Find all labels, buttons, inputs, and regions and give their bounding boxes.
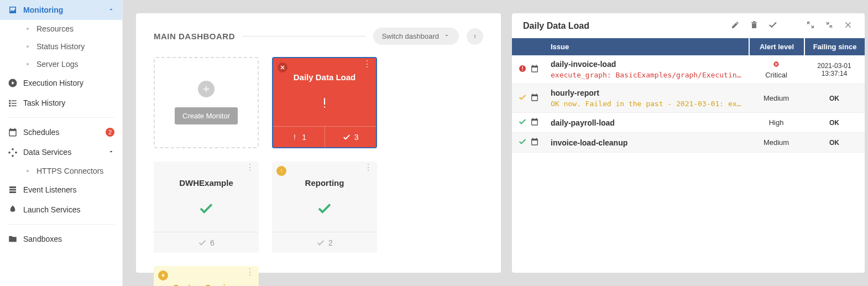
switch-dashboard-button[interactable]: Switch dashboard [373, 28, 459, 45]
nav-divider [8, 224, 114, 225]
kebab-icon[interactable]: ⋮ [363, 63, 372, 66]
sidebar-item-sandboxes[interactable]: Sandboxes [0, 229, 122, 249]
issue-name: hourly-report [551, 89, 743, 97]
edit-icon[interactable] [730, 20, 741, 31]
fail-count-value: 1 [302, 133, 306, 142]
card-title: DWHExample [154, 162, 259, 189]
sidebar-item-label: Server Logs [36, 60, 78, 69]
critical-icon [772, 60, 780, 70]
row-icons [512, 113, 545, 132]
alert-indicator[interactable] [467, 28, 483, 45]
table-row[interactable]: daily-payroll-load High OK [512, 113, 865, 133]
close-icon[interactable] [843, 20, 854, 31]
collapse-icon[interactable] [824, 20, 835, 31]
card-title: Daily Data Load [273, 58, 376, 83]
card-status-icon [154, 189, 259, 232]
ok-count: 3 [325, 127, 377, 147]
dashboard-header: MAIN DASHBOARD Switch dashboard [154, 28, 483, 45]
detail-title: Daily Data Load [523, 21, 722, 31]
check-icon [316, 200, 333, 221]
level-value: Critical [765, 71, 787, 79]
tasks-icon [8, 98, 18, 108]
chevron-down-icon [443, 32, 450, 40]
row-issue: daily-payroll-load [545, 114, 749, 132]
ok-count: 6 [154, 232, 259, 253]
fail-count: 1 [273, 127, 325, 147]
image-icon [8, 5, 18, 15]
expand-icon[interactable] [805, 20, 816, 31]
th-failing-since[interactable]: Failing since [804, 38, 865, 55]
services-icon [8, 147, 18, 157]
sidebar-item-label: Launch Services [23, 205, 81, 214]
sidebar-item-task-history[interactable]: Task History [0, 93, 122, 113]
folder-icon [8, 234, 18, 244]
row-issue: hourly-report OK now. Failed in the past… [545, 84, 749, 112]
nav-divider [8, 117, 114, 118]
create-monitor-button[interactable]: Create Monitor [175, 107, 238, 124]
table-row[interactable]: daily-invoice-load execute_graph: BasicE… [512, 55, 865, 84]
kebab-icon[interactable]: ⋮ [245, 271, 254, 274]
card-footer: 2 [272, 232, 377, 253]
card-daily-data-load[interactable]: ⋮ Daily Data Load 1 3 [272, 57, 377, 148]
listener-icon [8, 185, 18, 195]
row-icons [512, 89, 545, 108]
detail-header: Daily Data Load [512, 13, 865, 38]
sidebar-item-data-services[interactable]: Data Services [0, 142, 122, 162]
since-time: 13:37:14 [809, 70, 859, 77]
check-icon[interactable] [767, 20, 778, 32]
sidebar: Monitoring Resources Status History Serv… [0, 0, 123, 286]
card-create-monitor[interactable]: Create Monitor [154, 57, 259, 148]
trash-icon[interactable] [749, 20, 760, 31]
sidebar-item-execution-history[interactable]: Execution History [0, 73, 122, 93]
check-icon [198, 238, 207, 247]
calendar-icon [530, 64, 539, 75]
kebab-icon[interactable]: ⋮ [245, 166, 254, 169]
table-row[interactable]: invoice-load-cleanup Medium OK [512, 133, 865, 153]
switch-dashboard-label: Switch dashboard [382, 32, 439, 40]
row-level: High [749, 114, 804, 131]
sidebar-item-status-history[interactable]: Status History [0, 38, 122, 55]
sidebar-item-label: Event Listeners [23, 185, 77, 194]
card-footer: 1 3 [273, 126, 376, 147]
card-system-services[interactable]: ⋮ System Services 1 2 [154, 266, 259, 286]
row-since: OK [804, 90, 865, 107]
issue-name: daily-invoice-load [551, 60, 743, 69]
card-footer: 6 [154, 232, 259, 253]
card-dwhexample[interactable]: ⋮ DWHExample 6 [154, 162, 259, 253]
level-value: Medium [764, 138, 789, 147]
sidebar-item-server-logs[interactable]: Server Logs [0, 55, 122, 73]
plus-icon [198, 81, 215, 97]
kebab-icon[interactable]: ⋮ [364, 166, 373, 169]
issue-desc: OK now. Failed in the past - 2021-03-01:… [551, 100, 743, 108]
check-icon [198, 200, 215, 221]
table-row[interactable]: hourly-report OK now. Failed in the past… [512, 84, 865, 113]
since-date: 2021-03-01 [809, 62, 859, 70]
check-icon [342, 133, 351, 142]
sidebar-item-monitoring[interactable]: Monitoring [0, 0, 122, 20]
th-issue[interactable]: Issue [545, 38, 749, 55]
sidebar-item-label: Status History [36, 42, 85, 51]
badge-count: 2 [106, 128, 114, 137]
row-icons [512, 60, 545, 79]
sidebar-item-schedules[interactable]: Schedules 2 [0, 122, 122, 142]
ok-count: 2 [272, 232, 377, 253]
card-title: System Services [154, 266, 259, 286]
sidebar-item-launch-services[interactable]: Launch Services [0, 200, 122, 220]
row-level: Medium [749, 134, 804, 151]
dashboard-title: MAIN DASHBOARD [154, 32, 235, 41]
card-reporting[interactable]: ⋮ Reporting 2 [272, 162, 377, 253]
issue-desc: execute_graph: BasicExamples/graph/Execu… [551, 71, 743, 79]
sidebar-item-event-listeners[interactable]: Event Listeners [0, 180, 122, 200]
level-value: High [769, 118, 784, 127]
ok-count-value: 6 [210, 238, 215, 247]
main-area: MAIN DASHBOARD Switch dashboard Create M… [123, 0, 868, 286]
chevron-up-icon [108, 148, 114, 157]
sidebar-item-https-connectors[interactable]: HTTPS Connectors [0, 162, 122, 180]
sidebar-item-resources[interactable]: Resources [0, 20, 122, 38]
th-icons [512, 38, 545, 55]
play-history-icon [8, 78, 18, 88]
sidebar-item-label: Task History [23, 98, 65, 107]
issue-name: invoice-load-cleanup [551, 138, 743, 147]
exclamation-icon [317, 96, 332, 114]
th-alert-level[interactable]: Alert level [749, 38, 804, 55]
